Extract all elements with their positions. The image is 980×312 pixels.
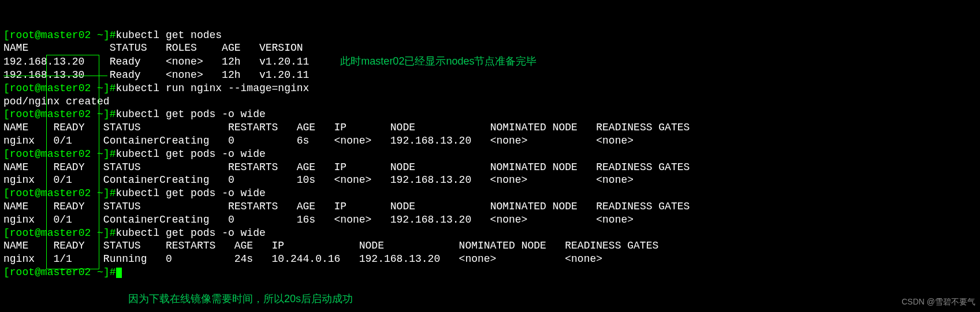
pods-header: NAME READY STATUS RESTARTS AGE IP NODE N… [3, 161, 690, 173]
prompt: [root@master02 ~]# [3, 108, 116, 120]
cursor [116, 268, 122, 278]
pod-created-msg: pod/nginx created [3, 96, 110, 107]
pods-header: NAME READY STATUS RESTARTS AGE IP NODE N… [3, 240, 658, 251]
command-line: kubectl run nginx --image=nginx [116, 82, 310, 94]
pods-row: nginx 0/1 ContainerCreating 0 6s <none> … [3, 135, 634, 146]
command-line: kubectl get pods -o wide [116, 108, 266, 120]
terminal-window[interactable]: [root@master02 ~]#kubectl get nodes NAME… [0, 0, 980, 312]
pods-row: nginx 0/1 ContainerCreating 0 16s <none>… [3, 214, 634, 225]
pods-header: NAME READY STATUS RESTARTS AGE IP NODE N… [3, 122, 690, 133]
watermark: CSDN @雪碧不要气 [901, 295, 975, 309]
prompt: [root@master02 ~]# [3, 82, 116, 94]
nodes-header: NAME STATUS ROLES AGE VERSION [3, 42, 303, 54]
pods-row: nginx 1/1 Running 0 24s 10.244.0.16 192.… [3, 253, 602, 265]
command-line: kubectl get pods -o wide [116, 227, 266, 239]
prompt: [root@master02 ~]# [3, 148, 116, 160]
annotation-1: 此时master02已经显示nodes节点准备完毕 [340, 55, 536, 67]
prompt: [root@master02 ~]# [3, 227, 116, 239]
command-line: kubectl get pods -o wide [116, 148, 266, 160]
pods-row: nginx 0/1 ContainerCreating 0 10s <none>… [3, 174, 634, 186]
prompt: [root@master02 ~]# [3, 187, 116, 199]
annotation-2: 因为下载在线镜像需要时间，所以20s后启动成功 [128, 293, 353, 305]
nodes-row: 192.168.13.20 Ready <none> 12h v1.20.11 [3, 56, 309, 67]
pods-header: NAME READY STATUS RESTARTS AGE IP NODE N… [3, 201, 690, 212]
command-line: kubectl get nodes [116, 29, 222, 41]
command-line: kubectl get pods -o wide [116, 187, 266, 199]
prompt: [root@master02 ~]# [3, 266, 116, 278]
prompt: [root@master02 ~]# [3, 29, 116, 41]
nodes-row: 192.168.13.30 Ready <none> 12h v1.20.11 [3, 69, 309, 81]
